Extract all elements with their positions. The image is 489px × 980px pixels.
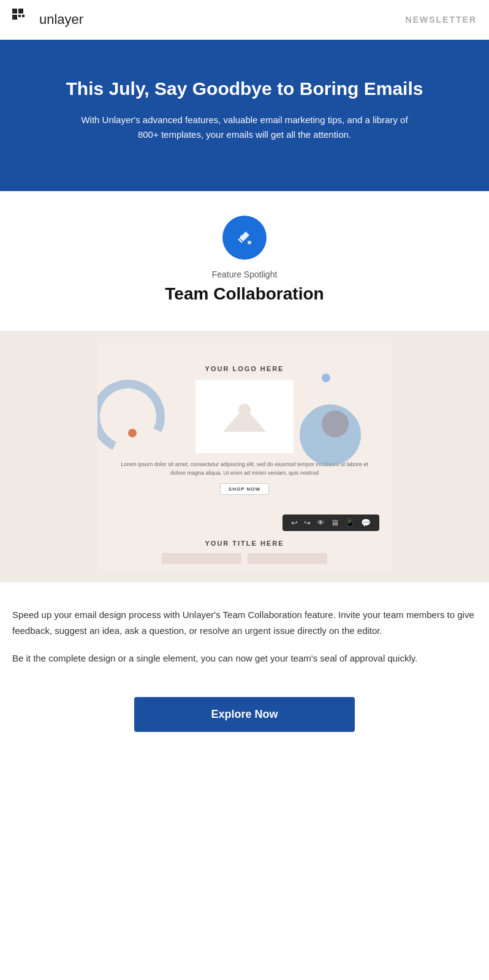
page-header: unlayer NEWSLETTER xyxy=(0,0,489,40)
paint-bucket-icon xyxy=(233,227,256,249)
body-text-section: Speed up your email design process with … xyxy=(0,595,489,685)
template-title-area: YOUR TITLE HERE xyxy=(110,531,379,553)
svg-rect-4 xyxy=(22,15,25,17)
deco-arc-blue xyxy=(300,404,361,466)
unlayer-logo-icon xyxy=(12,9,34,31)
explore-now-button[interactable]: Explore Now xyxy=(134,697,355,732)
toolbar-undo-icon[interactable]: ↩ xyxy=(291,518,298,527)
deco-small-blue-circle xyxy=(322,374,330,382)
footer-bar-right xyxy=(248,553,327,564)
svg-rect-0 xyxy=(12,9,17,13)
body-paragraph-2: Be it the complete design or a single el… xyxy=(12,650,477,666)
body-paragraph-1: Speed up your email design process with … xyxy=(12,607,477,638)
toolbar-preview-icon[interactable]: 👁 xyxy=(317,518,325,527)
mountain-placeholder-icon xyxy=(223,401,266,432)
newsletter-label: NEWSLETTER xyxy=(406,15,477,24)
feature-icon-circle xyxy=(222,216,267,260)
svg-rect-1 xyxy=(18,9,23,13)
footer-bar-left xyxy=(162,553,241,564)
template-logo-area: YOUR LOGO HERE xyxy=(119,365,370,372)
template-image-placeholder xyxy=(195,380,294,453)
template-card: YOUR LOGO HERE Lorem ipsum dolor sit ame… xyxy=(110,355,379,511)
toolbar-redo-icon[interactable]: ↪ xyxy=(304,518,311,527)
template-shop-button[interactable]: SHOP NOW xyxy=(220,483,269,495)
svg-point-5 xyxy=(248,241,251,244)
toolbar-desktop-icon[interactable]: 🖥 xyxy=(331,518,339,527)
logo-text: unlayer xyxy=(39,12,83,28)
toolbar-mobile-icon[interactable]: 📱 xyxy=(345,518,355,527)
template-footer-bars xyxy=(110,553,379,570)
feature-spotlight-label: Feature Spotlight xyxy=(12,270,477,279)
logo-container: unlayer xyxy=(12,9,83,31)
hero-subtitle: With Unlayer's advanced features, valuab… xyxy=(79,113,410,142)
hero-title: This July, Say Goodbye to Boring Emails xyxy=(37,77,452,100)
feature-title: Team Collaboration xyxy=(12,284,477,304)
feature-section: Feature Spotlight Team Collaboration xyxy=(0,191,489,331)
template-preview-inner: YOUR LOGO HERE Lorem ipsum dolor sit ame… xyxy=(97,343,392,570)
toolbar-comment-icon[interactable]: 💬 xyxy=(361,518,371,527)
template-toolbar[interactable]: ↩ ↪ 👁 🖥 📱 💬 xyxy=(282,514,379,531)
deco-small-orange-circle xyxy=(128,429,137,437)
svg-rect-3 xyxy=(18,15,21,17)
template-preview-area: YOUR LOGO HERE Lorem ipsum dolor sit ame… xyxy=(0,331,489,582)
svg-marker-7 xyxy=(223,407,266,432)
hero-section: This July, Say Goodbye to Boring Emails … xyxy=(0,40,489,191)
svg-rect-2 xyxy=(12,15,17,20)
deco-striped-circle xyxy=(97,369,175,464)
cta-section: Explore Now xyxy=(0,685,489,756)
